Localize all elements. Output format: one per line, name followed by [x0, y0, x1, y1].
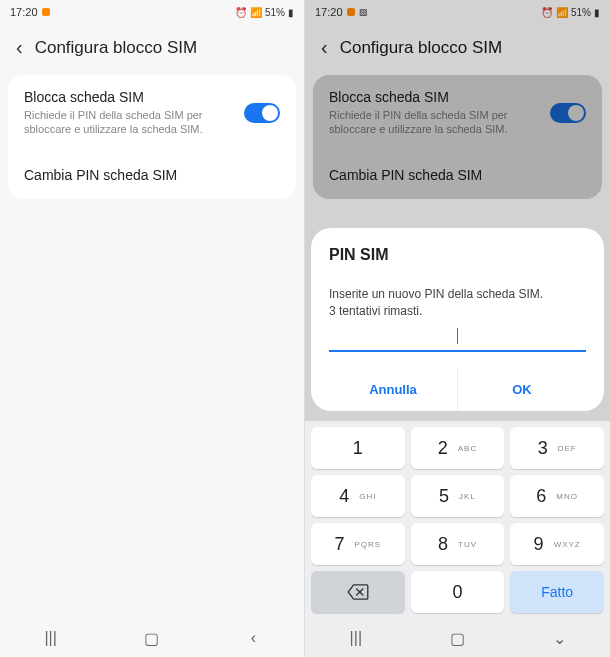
key-7[interactable]: 7PQRS [311, 523, 405, 565]
dialog-message: Inserite un nuovo PIN della scheda SIM. [329, 286, 586, 303]
header: ‹ Configura blocco SIM [0, 24, 304, 71]
battery-icon: ▮ [288, 7, 294, 18]
numeric-keypad: 1 2ABC 3DEF 4GHI 5JKL 6MNO 7PQRS 8TUV 9W… [305, 421, 610, 619]
signal-icon: 📶 [250, 7, 262, 18]
nav-collapse[interactable]: ⌄ [539, 629, 579, 648]
block-sim-title: Blocca scheda SIM [24, 89, 244, 105]
dialog-title: PIN SIM [329, 246, 586, 264]
pin-dialog: PIN SIM Inserite un nuovo PIN della sche… [311, 228, 604, 411]
back-button[interactable]: ‹ [16, 36, 23, 59]
nav-home[interactable]: ▢ [132, 629, 172, 648]
backspace-icon [347, 584, 369, 600]
key-2[interactable]: 2ABC [411, 427, 505, 469]
key-3[interactable]: 3DEF [510, 427, 604, 469]
nav-back[interactable]: ‹ [233, 629, 273, 647]
key-5[interactable]: 5JKL [411, 475, 505, 517]
cancel-button[interactable]: Annulla [329, 368, 458, 411]
key-9[interactable]: 9WXYZ [510, 523, 604, 565]
key-1[interactable]: 1 [311, 427, 405, 469]
alarm-icon: ⏰ [235, 7, 247, 18]
key-0[interactable]: 0 [411, 571, 505, 613]
status-time: 17:20 [10, 6, 38, 18]
block-sim-toggle[interactable] [244, 103, 280, 123]
nav-bar: ||| ▢ ‹ [0, 619, 304, 657]
nav-home[interactable]: ▢ [437, 629, 477, 648]
status-bar: 17:20 ⏰ 📶 51% ▮ [0, 0, 304, 24]
nav-recent[interactable]: ||| [336, 629, 376, 647]
change-pin-setting[interactable]: Cambia PIN scheda SIM [8, 151, 296, 199]
block-sim-setting[interactable]: Blocca scheda SIM Richiede il PIN della … [8, 75, 296, 151]
nav-bar: ||| ▢ ⌄ [305, 619, 610, 657]
key-done[interactable]: Fatto [510, 571, 604, 613]
block-sim-desc: Richiede il PIN della scheda SIM per sbl… [24, 108, 244, 137]
nav-recent[interactable]: ||| [31, 629, 71, 647]
ok-button[interactable]: OK [458, 368, 586, 411]
page-title: Configura blocco SIM [35, 38, 198, 58]
dialog-attempts: 3 tentativi rimasti. [329, 303, 586, 320]
notification-icon [42, 8, 50, 16]
key-backspace[interactable] [311, 571, 405, 613]
key-6[interactable]: 6MNO [510, 475, 604, 517]
key-4[interactable]: 4GHI [311, 475, 405, 517]
battery-text: 51% [265, 7, 285, 18]
key-8[interactable]: 8TUV [411, 523, 505, 565]
pin-input[interactable] [329, 326, 586, 352]
